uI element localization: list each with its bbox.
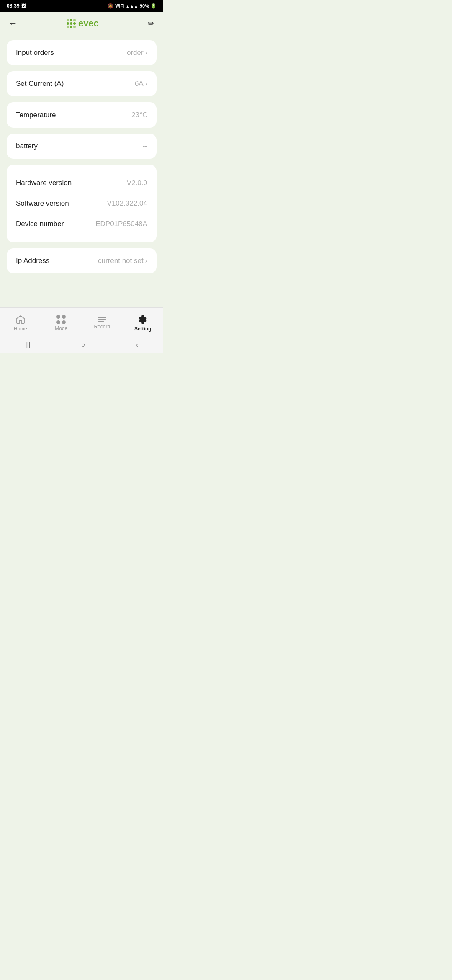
logo-dot xyxy=(67,19,69,21)
edit-button[interactable]: ✏ xyxy=(148,18,155,28)
main-content: Input orders order › Set Current (A) 6A … xyxy=(0,35,163,307)
nav-setting[interactable]: Setting xyxy=(130,315,155,332)
set-current-card[interactable]: Set Current (A) 6A › xyxy=(7,71,157,96)
photo-icon: 🖼 xyxy=(21,3,26,8)
software-version-value: V102.322.04 xyxy=(107,199,147,208)
hardware-version-label: Hardware version xyxy=(16,179,72,187)
ip-address-value: current not set › xyxy=(98,257,147,265)
logo-dot xyxy=(70,26,72,28)
device-number-label: Device number xyxy=(16,220,64,228)
temperature-value: 23℃ xyxy=(131,111,147,119)
software-version-label: Software version xyxy=(16,199,69,208)
mute-icon: 🔕 xyxy=(108,3,113,9)
android-home-button[interactable]: ○ xyxy=(81,341,85,349)
hardware-version-value: V2.0.0 xyxy=(127,179,147,187)
logo-dot xyxy=(70,22,72,25)
home-icon xyxy=(15,315,26,325)
battery-label: battery xyxy=(16,142,38,150)
record-icon xyxy=(98,317,106,322)
android-nav: ||| ○ ‹ xyxy=(0,337,163,353)
logo-dots xyxy=(67,19,76,28)
input-orders-card[interactable]: Input orders order › xyxy=(7,40,157,65)
temperature-card: Temperature 23℃ xyxy=(7,102,157,128)
signal-icon: ▲▲▲ xyxy=(126,4,138,8)
status-time: 08:39 🖼 xyxy=(7,3,26,9)
nav-mode[interactable]: Mode xyxy=(49,315,74,331)
set-current-label: Set Current (A) xyxy=(16,80,64,88)
wifi-icon: WiFi xyxy=(115,4,124,8)
input-orders-value: order › xyxy=(127,49,147,57)
logo-dot xyxy=(67,22,69,25)
logo-dot xyxy=(73,22,76,25)
ip-address-label: Ip Address xyxy=(16,257,49,265)
device-number-value: EDP01P65048A xyxy=(95,220,147,228)
input-orders-label: Input orders xyxy=(16,49,54,57)
set-current-value: 6A › xyxy=(135,80,147,88)
nav-home-label: Home xyxy=(14,326,27,332)
input-orders-row: Input orders order › xyxy=(16,49,147,57)
logo-text: evec xyxy=(78,18,99,29)
logo-dot xyxy=(73,26,76,28)
logo-dot xyxy=(73,19,76,21)
ip-address-card[interactable]: Ip Address current not set › xyxy=(7,248,157,273)
back-button[interactable]: ← xyxy=(8,18,18,29)
battery-display: 90% xyxy=(140,3,149,8)
battery-row: battery -- xyxy=(16,142,147,150)
bottom-nav: Home Mode Record Setting xyxy=(0,307,163,337)
set-current-row: Set Current (A) 6A › xyxy=(16,80,147,88)
settings-icon xyxy=(138,315,148,325)
nav-mode-label: Mode xyxy=(55,325,67,331)
device-number-row: Device number EDP01P65048A xyxy=(16,214,147,234)
nav-home[interactable]: Home xyxy=(8,315,33,332)
nav-setting-label: Setting xyxy=(134,326,152,332)
temperature-label: Temperature xyxy=(16,111,56,119)
android-back-button[interactable]: ‹ xyxy=(136,341,138,349)
logo-dot xyxy=(70,19,72,21)
battery-card: battery -- xyxy=(7,134,157,159)
mode-icon xyxy=(56,315,66,324)
logo: evec xyxy=(67,18,99,29)
nav-record[interactable]: Record xyxy=(90,317,115,330)
nav-record-label: Record xyxy=(94,324,110,330)
logo-dot xyxy=(67,26,69,28)
ip-address-row: Ip Address current not set › xyxy=(16,257,147,265)
version-info-card: Hardware version V2.0.0 Software version… xyxy=(7,165,157,242)
chevron-right-icon: › xyxy=(145,257,147,265)
android-recents-button[interactable]: ||| xyxy=(25,341,30,349)
status-icons: 🔕 WiFi ▲▲▲ 90% 🔋 xyxy=(108,3,157,9)
chevron-right-icon: › xyxy=(145,49,147,57)
header: ← evec ✏ xyxy=(0,12,163,35)
chevron-right-icon: › xyxy=(145,80,147,88)
status-bar: 08:39 🖼 🔕 WiFi ▲▲▲ 90% 🔋 xyxy=(0,0,163,12)
temperature-row: Temperature 23℃ xyxy=(16,111,147,119)
hardware-version-row: Hardware version V2.0.0 xyxy=(16,173,147,193)
software-version-row: Software version V102.322.04 xyxy=(16,193,147,214)
time-display: 08:39 xyxy=(7,3,20,9)
battery-value: -- xyxy=(143,142,147,150)
battery-icon: 🔋 xyxy=(151,3,157,9)
